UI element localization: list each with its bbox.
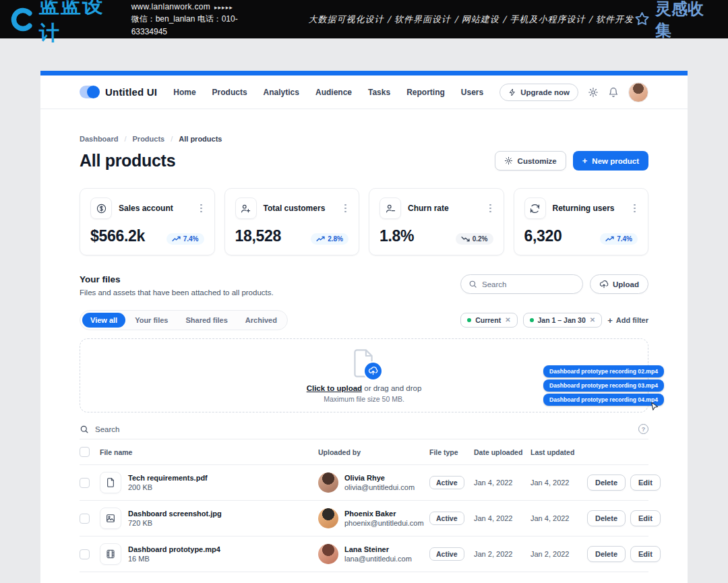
users-minus-icon <box>380 197 401 219</box>
kebab-menu-icon[interactable] <box>487 202 493 215</box>
last-updated: Jan 4, 2022 <box>530 514 587 522</box>
file-image-icon <box>100 508 121 529</box>
delete-button[interactable]: Delete <box>587 474 626 491</box>
stat-label: Total customers <box>264 204 326 213</box>
nav-item-reporting[interactable]: Reporting <box>406 88 445 97</box>
close-icon[interactable]: ✕ <box>505 317 510 324</box>
brand-name: Untitled UI <box>105 86 157 98</box>
untitled-ui-logo[interactable]: Untitled UI <box>80 86 157 98</box>
lightning-icon <box>508 88 516 96</box>
customize-button[interactable]: Customize <box>495 151 566 171</box>
row-checkbox[interactable] <box>80 478 90 488</box>
file-name[interactable]: Tech requirements.pdf <box>128 474 208 482</box>
uploader-name: Olivia Rhye <box>344 474 415 482</box>
nav-item-home[interactable]: Home <box>173 88 195 97</box>
file-name[interactable]: Dashboard screenshot.jpg <box>128 510 222 518</box>
breadcrumb-dashboard[interactable]: Dashboard <box>80 135 118 143</box>
breadcrumb-separator: / <box>124 135 126 143</box>
avatar <box>318 544 338 564</box>
nav-item-audience[interactable]: Audience <box>315 88 352 97</box>
row-checkbox[interactable] <box>80 514 90 524</box>
edit-button[interactable]: Edit <box>630 474 661 491</box>
kebab-menu-icon[interactable] <box>632 202 638 215</box>
dollar-circle-icon <box>90 197 112 219</box>
filter-chips: Current ✕ Jan 1 – Jan 30 ✕ + Add filter <box>460 313 648 328</box>
new-product-button[interactable]: + New product <box>573 151 648 171</box>
inspiration-collect-label: 灵感收集 <box>655 0 717 41</box>
upload-file-art <box>349 348 379 378</box>
user-avatar[interactable] <box>628 82 648 102</box>
uploader-name: Phoenix Baker <box>344 510 424 518</box>
filter-chip-current[interactable]: Current ✕ <box>460 313 517 328</box>
table-row: Tech requirements.pdf 200 KB Olivia Rhye… <box>80 465 648 501</box>
banner-contact-block: www.lanlanwork.com▸▸▸▸▸ 微信：ben_lanlan 电话… <box>131 1 270 38</box>
click-to-upload-link[interactable]: Click to upload <box>307 384 362 392</box>
delete-button[interactable]: Delete <box>587 546 626 562</box>
last-updated: Jan 2, 2022 <box>530 550 587 558</box>
uploading-file-chip[interactable]: Dashboard prototype recording 03.mp4 <box>543 379 664 392</box>
tab-archived[interactable]: Archived <box>237 313 285 328</box>
mouse-cursor-icon <box>649 401 660 412</box>
breadcrumb-separator: / <box>171 135 173 143</box>
tab-your-files[interactable]: Your files <box>127 313 176 328</box>
add-filter-label: Add filter <box>616 316 648 324</box>
filter-chip-date-range[interactable]: Jan 1 – Jan 30 ✕ <box>523 313 603 328</box>
kebab-menu-icon[interactable] <box>342 202 348 215</box>
notifications-bell-icon[interactable] <box>608 87 619 98</box>
green-dot-icon <box>530 318 534 322</box>
file-pdf-icon <box>100 472 121 493</box>
tab-view-all[interactable]: View all <box>82 313 125 328</box>
banner-contact-line: 微信：ben_lanlan 电话：010-63334945 <box>131 13 270 38</box>
inspiration-collect[interactable]: 灵感收集 <box>634 0 717 41</box>
nav-item-users[interactable]: Users <box>461 88 483 97</box>
uploading-file-chip[interactable]: Dashboard prototype recording 04.mp4 <box>543 394 664 406</box>
upgrade-now-label: Upgrade now <box>520 88 570 96</box>
upgrade-now-button[interactable]: Upgrade now <box>499 84 578 101</box>
uploader-email: lana@untitledui.com <box>344 555 412 563</box>
col-file-type: File type <box>429 448 474 456</box>
col-last-updated: Last updated <box>530 448 587 456</box>
table-search-input[interactable] <box>95 425 297 433</box>
settings-gear-icon[interactable] <box>588 87 599 98</box>
nav-item-analytics[interactable]: Analytics <box>264 88 299 97</box>
stat-card-sales-account: Sales account $566.2k 7.4% <box>80 188 215 255</box>
nav-item-tasks[interactable]: Tasks <box>368 88 390 97</box>
edit-button[interactable]: Edit <box>630 510 661 526</box>
stats-row: Sales account $566.2k 7.4% <box>80 188 648 255</box>
edit-button[interactable]: Edit <box>630 546 661 562</box>
page-actions: Customize + New product <box>495 151 648 171</box>
lanlan-logo: 蓝蓝设计 <box>11 0 122 47</box>
help-icon[interactable]: ? <box>638 424 648 434</box>
banner-website: www.lanlanwork.com <box>131 2 210 11</box>
breadcrumb-all-products: All products <box>179 135 222 143</box>
files-search-field[interactable] <box>460 274 583 294</box>
table-header: File name Uploaded by File type Date upl… <box>80 439 648 465</box>
upload-button[interactable]: Upload <box>590 274 648 294</box>
stat-value: $566.2k <box>90 227 145 245</box>
close-icon[interactable]: ✕ <box>590 317 595 324</box>
files-search-input[interactable] <box>482 280 575 288</box>
add-filter-button[interactable]: + Add filter <box>607 316 648 325</box>
breadcrumb-products[interactable]: Products <box>133 135 165 143</box>
file-size: 16 MB <box>128 555 220 563</box>
upload-dropzone[interactable]: Click to upload or drag and drop Maximum… <box>80 338 648 412</box>
trend-badge: 7.4% <box>166 233 204 245</box>
row-checkbox[interactable] <box>80 549 90 559</box>
nav-item-products[interactable]: Products <box>212 88 247 97</box>
customize-label: Customize <box>518 157 557 165</box>
trend-badge: 2.8% <box>311 233 348 245</box>
delete-button[interactable]: Delete <box>587 510 626 526</box>
table-search-bar[interactable]: ? <box>80 419 648 439</box>
plus-icon: + <box>607 316 613 325</box>
uploading-file-chip[interactable]: Dashboard prototype recording 02.mp4 <box>543 365 664 377</box>
tab-shared-files[interactable]: Shared files <box>177 313 235 328</box>
avatar <box>318 508 338 528</box>
status-badge: Active <box>429 476 464 489</box>
file-name[interactable]: Dashboard prototype.mp4 <box>128 545 220 553</box>
nav-controls: Upgrade now <box>499 82 648 102</box>
untitled-ui-logo-icon <box>80 86 100 98</box>
stat-label: Sales account <box>119 204 173 213</box>
select-all-checkbox[interactable] <box>80 447 90 457</box>
col-uploaded-by: Uploaded by <box>318 448 429 456</box>
kebab-menu-icon[interactable] <box>198 202 204 215</box>
